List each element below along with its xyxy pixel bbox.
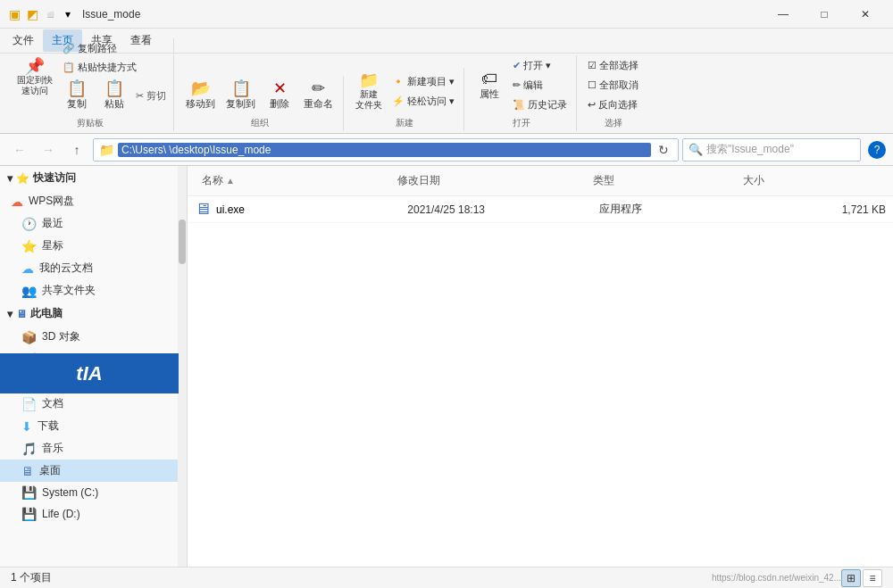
maximize-button[interactable]: □ <box>804 0 845 29</box>
cut-label[interactable]: ✂ 剪切 <box>134 87 168 104</box>
refresh-button[interactable]: ↻ <box>655 141 672 159</box>
paste-shortcut-label: 粘贴快捷方式 <box>78 61 137 74</box>
paste-shortcut-button[interactable]: 📋 粘贴快捷方式 <box>59 59 168 76</box>
easy-access-button[interactable]: ⚡ 轻松访问 ▾ <box>388 93 458 110</box>
wps-icon: ☁ <box>11 195 23 209</box>
pin-icon: 📌 <box>25 58 45 74</box>
tia-text: tIA <box>76 362 102 385</box>
file-type-uiexe: 应用程序 <box>599 202 743 217</box>
music-icon: 🎵 <box>21 442 37 456</box>
search-bar[interactable]: 🔍 搜索"Issue_mode" <box>682 138 861 161</box>
deselect-all-label: 全部取消 <box>599 79 638 92</box>
sidebar-item-3d[interactable]: 📦 3D 对象 <box>0 326 187 348</box>
select-group-label: 选择 <box>605 117 622 129</box>
open-row: 🏷 属性 ✔ 打开 ▾ ✏ 编辑 📜 历史记录 <box>472 57 571 113</box>
invert-select-button[interactable]: ↩ 反向选择 <box>584 96 642 113</box>
copy-button[interactable]: 📋 复制 <box>59 78 95 113</box>
sidebar-item-documents[interactable]: 📄 文档 <box>0 393 187 415</box>
3d-icon: 📦 <box>21 330 37 344</box>
sidebar-item-thispc[interactable]: ▾ 🖥 此电脑 <box>0 302 187 326</box>
file-size-uiexe: 1,721 KB <box>742 203 886 216</box>
col-header-name[interactable]: 名称 ▲ <box>195 170 390 192</box>
sidebar-item-downloads[interactable]: ⬇ 下载 <box>0 415 187 437</box>
history-icon: 📜 <box>513 99 525 111</box>
ribbon-row-top: 📌 固定到快速访问 🔗 复制路径 📋 粘贴快捷方式 📋 复制 <box>13 40 168 113</box>
select-all-button[interactable]: ☑ 全部选择 <box>584 57 642 74</box>
downloads-icon: ⬇ <box>21 419 32 434</box>
sidebar-item-sharedfolder[interactable]: 👥 共享文件夹 <box>0 279 187 302</box>
open-label: 打开 ▾ <box>523 59 551 72</box>
address-text: C:\Users\ \desktop\Issue_mode <box>118 143 651 157</box>
col-header-size[interactable]: 大小 <box>736 170 886 192</box>
sysdrive-label: System (C:) <box>42 486 176 499</box>
delete-button[interactable]: ✕ 删除 <box>262 78 297 113</box>
organize-row: 📂 移动到 📋 复制到 ✕ 删除 ✏ 重命名 <box>181 78 338 113</box>
open-button[interactable]: ✔ 打开 ▾ <box>509 57 571 74</box>
clouddocs-label: 我的云文档 <box>39 261 176 276</box>
easy-access-label: 轻松访问 ▾ <box>407 95 455 108</box>
thispc-icon: 🖥 <box>16 308 27 320</box>
invert-select-label: 反向选择 <box>598 98 638 112</box>
file-date-uiexe: 2021/4/25 18:13 <box>407 203 598 216</box>
pin-button[interactable]: 📌 固定到快速访问 <box>13 55 57 99</box>
paste-button[interactable]: 📋 粘贴 <box>96 78 132 113</box>
sidebar-item-wps[interactable]: ☁ WPS网盘 <box>0 190 187 212</box>
wps-label: WPS网盘 <box>29 194 176 209</box>
sidebar-item-starred[interactable]: ⭐ 星标 <box>0 235 187 257</box>
col-name-label: 名称 <box>202 173 223 188</box>
copyto-button[interactable]: 📋 复制到 <box>221 78 260 113</box>
new-folder-button[interactable]: 📁 新建文件夹 <box>351 70 387 113</box>
documents-icon: 📄 <box>21 397 37 411</box>
rename-button[interactable]: ✏ 重命名 <box>299 78 338 113</box>
list-view-button[interactable]: ≡ <box>863 569 882 587</box>
col-header-date[interactable]: 修改日期 <box>390 170 586 192</box>
sidebar-item-quickaccess[interactable]: ▾ ⭐ 快速访问 <box>0 166 187 190</box>
new-folder-label: 新建文件夹 <box>355 89 382 111</box>
sidebar-item-lifedrive[interactable]: 💾 Life (D:) <box>0 503 187 525</box>
close-button[interactable]: ✕ <box>845 0 886 29</box>
back-button[interactable]: ← <box>7 137 32 162</box>
search-icon: 🔍 <box>689 143 703 156</box>
main-area: tIA ▾ ⭐ 快速访问 ☁ WPS网盘 🕐 最近 ⭐ 星标 ☁ <box>0 166 893 567</box>
forward-button[interactable]: → <box>36 137 61 162</box>
sidebar-item-sysdrive[interactable]: 💾 System (C:) <box>0 482 187 503</box>
select-all-icon: ☑ <box>588 60 597 71</box>
title-dropdown: ▾ <box>61 7 75 21</box>
sort-arrow-name: ▲ <box>226 176 235 186</box>
up-button[interactable]: ↑ <box>64 137 89 162</box>
col-header-type[interactable]: 类型 <box>586 170 736 192</box>
grid-view-button[interactable]: ⊞ <box>841 569 861 587</box>
clipboard-row2: 📋 复制 📋 粘贴 ✂ 剪切 <box>59 78 168 113</box>
sidebar-item-desktop[interactable]: 🖥 桌面 <box>0 460 187 482</box>
column-headers: 名称 ▲ 修改日期 类型 大小 <box>188 166 893 196</box>
new-item-button[interactable]: 🔸 新建项目 ▾ <box>388 73 458 90</box>
desktop-icon: 🖥 <box>21 464 34 478</box>
title-icon-3: ◽ <box>43 7 57 21</box>
deselect-all-button[interactable]: ☐ 全部取消 <box>584 77 642 94</box>
help-button[interactable]: ? <box>868 141 886 159</box>
thispc-label: 此电脑 <box>30 306 63 321</box>
new-item-label: 新建项目 ▾ <box>407 75 455 88</box>
properties-icon: 🏷 <box>481 70 497 87</box>
sidebar-item-music[interactable]: 🎵 音乐 <box>0 437 187 460</box>
move-button[interactable]: 📂 移动到 <box>181 78 220 113</box>
copy-path-button[interactable]: 🔗 复制路径 <box>59 40 168 57</box>
sidebar-scrollbar[interactable] <box>178 166 187 567</box>
sidebar-item-clouddocs[interactable]: ☁ 我的云文档 <box>0 257 187 279</box>
lifedrive-icon: 💾 <box>21 507 37 521</box>
address-bar[interactable]: 📁 C:\Users\ \desktop\Issue_mode ↻ <box>93 138 679 161</box>
file-row-uiexe[interactable]: 🖥 ui.exe 2021/4/25 18:13 应用程序 1,721 KB <box>188 196 893 223</box>
clouddocs-icon: ☁ <box>21 261 34 276</box>
minimize-button[interactable]: — <box>763 0 804 29</box>
edit-button[interactable]: ✏ 编辑 <box>509 77 571 94</box>
sidebar-item-recent[interactable]: 🕐 最近 <box>0 212 187 235</box>
history-button[interactable]: 📜 历史记录 <box>509 96 571 113</box>
copyto-label: 复制到 <box>226 97 255 111</box>
status-url: https://blog.csdn.net/weixin_42... <box>712 573 841 583</box>
properties-button[interactable]: 🏷 属性 <box>472 68 507 104</box>
sidebar: tIA ▾ ⭐ 快速访问 ☁ WPS网盘 🕐 最近 ⭐ 星标 ☁ <box>0 166 188 567</box>
rename-label: 重命名 <box>304 97 333 111</box>
move-icon: 📂 <box>191 80 211 96</box>
paste-shortcut-icon: 📋 <box>63 62 75 73</box>
open-group-label: 打开 <box>513 117 530 129</box>
